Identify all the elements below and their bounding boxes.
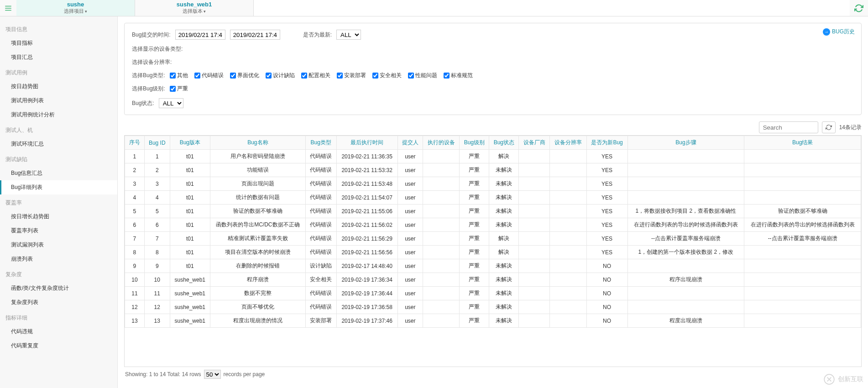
table-row[interactable]: 22t01功能错误代码错误2019-02-21 11:53:32user严重未解… [125,163,861,177]
table-cell: 13 [125,314,145,328]
bug-type-checkbox[interactable]: 配置相关 [301,72,330,79]
table-cell: user [397,150,423,163]
table-cell [550,300,586,314]
table-cell: 严重 [460,273,489,287]
table-cell [423,204,459,218]
checkbox-input[interactable] [444,73,450,79]
bug-type-checkbox[interactable]: 性能问题 [408,72,437,79]
checkbox-input[interactable] [170,86,176,92]
column-header[interactable]: Bug级别 [460,136,489,150]
table-cell: 安装部署 [305,314,336,328]
filter-panel: → BUG历史 Bug提交的时间: 是否为最新: ALL 选择显示的设备类型: … [124,23,862,115]
table-row[interactable]: 99t01在删除的时候报错设计缺陷2019-02-17 14:48:40user… [125,259,861,273]
table-cell [627,300,744,314]
sidebar-item[interactable]: 按日趋势图 [0,79,117,94]
table-cell: 在进行函数列表的导出的时候选择函数列表 [744,218,861,232]
column-header[interactable]: 设备分辨率 [550,136,586,150]
table-cell: 3 [144,177,170,191]
page-size-select[interactable]: 50 [204,370,221,379]
bug-type-checkbox[interactable]: 设计缺陷 [266,72,295,79]
column-header[interactable]: Bug状态 [489,136,519,150]
sidebar-item[interactable]: 覆盖率列表 [0,224,117,238]
sidebar-item[interactable]: 测试用例列表 [0,94,117,108]
table-refresh-button[interactable] [822,121,836,133]
menu-toggle-icon[interactable] [0,0,16,16]
table-cell: 代码错误 [305,163,336,177]
table-cell: 函数列表的导出MC/DC数据不正确 [210,218,305,232]
column-header[interactable]: 最后执行时间 [336,136,397,150]
checkbox-input[interactable] [301,73,307,79]
sidebar-item[interactable]: 项目指标 [0,36,117,50]
table-row[interactable]: 77t01精准测试累计覆盖率失败代码错误2019-02-21 11:56:29u… [125,232,861,246]
table-cell: user [397,232,423,246]
table-row[interactable]: 11t01用户名和密码登陆崩溃代码错误2019-02-21 11:36:35us… [125,150,861,163]
sidebar-item[interactable]: 测试环境汇总 [0,137,117,151]
sidebar-item[interactable]: 项目汇总 [0,50,117,64]
column-header[interactable]: 序号 [125,136,145,150]
table-cell: 解决 [489,246,519,259]
column-header[interactable]: 提交人 [397,136,423,150]
bug-type-checkbox[interactable]: 界面优化 [230,72,259,79]
latest-select[interactable]: ALL [336,30,361,40]
sidebar-item[interactable]: 复杂度列表 [0,295,117,309]
bug-type-checkbox[interactable]: 标准规范 [444,72,473,79]
table-row[interactable]: 33t01页面出现问题代码错误2019-02-21 11:53:48user严重… [125,177,861,191]
checkbox-input[interactable] [372,73,378,79]
refresh-icon[interactable] [850,0,868,16]
column-header[interactable]: 设备厂商 [519,136,550,150]
table-cell: YES [586,246,627,259]
checkbox-input[interactable] [266,73,272,79]
sidebar-item[interactable]: 测试用例统计分析 [0,108,117,122]
column-header[interactable]: Bug版本 [170,136,210,150]
column-header[interactable]: Bug名称 [210,136,305,150]
sidebar-item[interactable]: 按日增长趋势图 [0,210,117,224]
checkbox-input[interactable] [194,73,200,79]
sidebar-item[interactable]: 函数/类/文件复杂度统计 [0,281,117,295]
checkbox-input[interactable] [230,73,236,79]
checkbox-input[interactable] [337,73,343,79]
bug-history-link[interactable]: → BUG历史 [823,28,855,36]
sidebar-item[interactable]: 代码违规 [0,325,117,339]
sidebar-item[interactable]: 代码重复度 [0,339,117,353]
table-row[interactable]: 55t01验证的数据不够准确代码错误2019-02-21 11:55:06use… [125,204,861,218]
column-header[interactable]: 执行的设备 [423,136,459,150]
bug-level-checkbox[interactable]: 严重 [170,85,188,93]
search-input[interactable] [759,121,818,133]
sidebar-item[interactable]: Bug详细列表 [0,180,117,194]
bug-type-checkbox[interactable]: 安装部署 [337,72,366,79]
sidebar-item[interactable]: 崩溃列表 [0,252,117,266]
column-header[interactable]: Bug类型 [305,136,336,150]
table-row[interactable]: 44t01统计的数据有问题代码错误2019-02-21 11:54:07user… [125,191,861,204]
table-row[interactable]: 1313sushe_web1程度出现崩溃的情况安装部署2019-02-19 17… [125,314,861,328]
date-to-input[interactable] [230,30,280,40]
table-row[interactable]: 66t01函数列表的导出MC/DC数据不正确代码错误2019-02-21 11:… [125,218,861,232]
version-tab[interactable]: sushe_web1 选择版本 [135,0,254,16]
column-header[interactable]: Bug ID [144,136,170,150]
table-row[interactable]: 1111sushe_web1数据不完整代码错误2019-02-19 17:36:… [125,287,861,300]
bug-type-checkboxes: 其他代码错误界面优化设计缺陷配置相关安装部署安全相关性能问题标准规范 [170,72,473,79]
project-tab[interactable]: sushe 选择项目 [16,0,135,16]
table-cell: 11 [125,287,145,300]
sidebar-section: 复杂度 [0,266,117,281]
table-cell: NO [586,273,627,287]
table-wrap[interactable]: 序号Bug IDBug版本Bug名称Bug类型最后执行时间提交人执行的设备Bug… [124,135,862,367]
table-row[interactable]: 1010sushe_web1程序崩溃安全相关2019-02-19 17:36:3… [125,273,861,287]
checkbox-input[interactable] [408,73,414,79]
table-cell: 7 [125,232,145,246]
table-row[interactable]: 1212sushe_web1页面不够优化代码错误2019-02-19 17:36… [125,300,861,314]
table-cell: 13 [144,314,170,328]
checkbox-input[interactable] [170,73,176,79]
bug-type-checkbox[interactable]: 代码错误 [194,72,224,79]
column-header[interactable]: 是否为新Bug [586,136,627,150]
column-header[interactable]: Bug结果 [744,136,861,150]
bug-type-checkbox[interactable]: 其他 [170,72,188,79]
sidebar-item[interactable]: Bug信息汇总 [0,166,117,180]
column-header[interactable]: Bug步骤 [627,136,744,150]
table-cell: 在删除的时候报错 [210,259,305,273]
sidebar-item[interactable]: 测试漏洞列表 [0,238,117,252]
table-cell: 10 [144,273,170,287]
date-from-input[interactable] [175,30,225,40]
bug-type-checkbox[interactable]: 安全相关 [372,72,402,79]
table-row[interactable]: 88t01项目在清空版本的时候崩溃代码错误2019-02-21 11:56:56… [125,246,861,259]
status-select[interactable]: ALL [159,98,183,108]
